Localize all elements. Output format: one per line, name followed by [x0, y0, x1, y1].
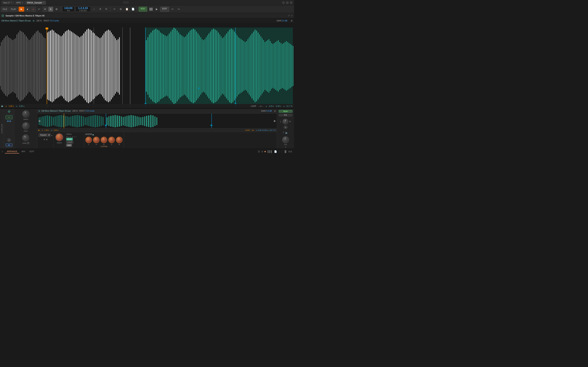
svg-rect-189: [293, 46, 294, 86]
tab-bws4-close[interactable]: ×: [43, 1, 44, 4]
wf-prev-button[interactable]: ◀: [38, 119, 40, 122]
len-offset-btn[interactable]: LEN: [66, 144, 72, 147]
loop-icon3[interactable]: ∧: [70, 136, 71, 138]
waveform-play-btn[interactable]: ▶: [1, 105, 3, 108]
time-position: 0:00.863: [79, 9, 87, 12]
edit-button[interactable]: EDIT: [160, 7, 169, 12]
add-track-button[interactable]: ADD: [138, 7, 147, 12]
mini-play-btn[interactable]: ▶: [38, 129, 40, 131]
color-icon[interactable]: ■: [264, 150, 266, 153]
cut-button[interactable]: ✂: [112, 7, 117, 12]
tab-mpe-close[interactable]: ×: [22, 1, 23, 4]
glide-mode-icon[interactable]: ↗: [27, 142, 29, 144]
sampler-mini-btn1[interactable]: ≡: [6, 116, 12, 119]
speed-knob[interactable]: [55, 133, 63, 141]
pattern-button[interactable]: ⊞: [54, 7, 59, 12]
mini-graph-icon[interactable]: ▦: [6, 143, 12, 146]
repitch-icons: ⚙ ⊞: [38, 138, 52, 141]
add-channel-button[interactable]: +: [284, 125, 287, 129]
bar-position: 1.2.3.33: [78, 7, 88, 9]
svg-rect-152: [242, 40, 243, 92]
play-offset-btn[interactable]: PLAY: [66, 138, 73, 141]
loop-icon4[interactable]: ⊿: [72, 136, 73, 138]
loop-mode-icon2[interactable]: ⊞: [46, 138, 47, 141]
loop-icon2[interactable]: △: [68, 136, 69, 138]
loop-icon5[interactable]: ∿: [73, 136, 75, 138]
lr-knob[interactable]: [283, 119, 288, 125]
glide-knob[interactable]: [22, 134, 29, 141]
fx-button[interactable]: FX: [279, 114, 293, 117]
grid-icon[interactable]: ⊞: [291, 19, 293, 22]
transport-button[interactable]: ▶: [154, 7, 159, 12]
tempo-display[interactable]: 110.00 4/4: [63, 7, 74, 12]
env-knob-A-ctrl[interactable]: [85, 137, 92, 143]
smh-expand-icon[interactable]: ⊞: [274, 110, 276, 112]
paste-special-button[interactable]: 📄: [130, 7, 136, 12]
overdub-button[interactable]: ⊕: [43, 7, 47, 12]
loop-icon6[interactable]: ∼: [75, 136, 77, 138]
env-knob-D-ctrl[interactable]: [101, 137, 107, 143]
svg-rect-45: [66, 31, 67, 101]
mini-waveform[interactable]: ◀ ▶: [37, 114, 277, 128]
maximize-button[interactable]: □: [286, 1, 289, 4]
node-icon[interactable]: ⊕: [261, 150, 263, 153]
close-sampler-icon[interactable]: ×: [291, 15, 293, 17]
svg-rect-80: [116, 40, 117, 92]
tab-new2[interactable]: New 2* ×: [1, 1, 14, 5]
info-icon[interactable]: ℹ: [2, 150, 3, 152]
env-knob-S-ctrl[interactable]: [108, 137, 115, 143]
metronome-button[interactable]: ♪: [92, 7, 97, 12]
tab-new2-close[interactable]: ×: [11, 1, 12, 4]
select-knob[interactable]: [22, 110, 29, 117]
paste-button[interactable]: 📋: [124, 7, 130, 12]
play-button[interactable]: ▶: [18, 7, 24, 12]
speaker-icon[interactable]: 🔈: [285, 131, 288, 134]
bars-button[interactable]: ▐▐: [148, 7, 153, 12]
pitch-knob[interactable]: [22, 122, 29, 129]
record-button[interactable]: ●: [31, 7, 36, 12]
back-button[interactable]: ↩: [170, 7, 175, 12]
env-knob-R-ctrl[interactable]: [116, 137, 122, 143]
power-icon[interactable]: ⏻: [1, 14, 4, 17]
file-button[interactable]: FILE: [1, 7, 9, 12]
loop-button[interactable]: ↩: [36, 7, 42, 12]
mix-tab[interactable]: MIX: [19, 150, 27, 153]
svg-rect-188: [291, 45, 292, 87]
redo-button[interactable]: ↻: [104, 7, 109, 12]
file-icon[interactable]: 📄: [274, 150, 277, 153]
env-knob-H-ctrl[interactable]: [93, 137, 100, 143]
tab-mpe[interactable]: MPE ×: [15, 1, 25, 5]
position-display[interactable]: 1.2.3.33 0:00.863: [76, 7, 90, 12]
waveform-container[interactable]: EM Mvoc Mantra E 70bpm 05.wav ⊞ 100 % RO…: [0, 18, 294, 108]
note-button[interactable]: Note: [279, 110, 293, 113]
wf-next-button[interactable]: ▶: [274, 119, 276, 122]
loop-icon1[interactable]: ↺: [66, 136, 68, 138]
copy-button[interactable]: ⧉: [118, 7, 123, 12]
repitch-select[interactable]: Repitch Stretch: [38, 133, 51, 137]
edit-tab[interactable]: EDIT: [27, 150, 36, 153]
arrange-tab[interactable]: ARRANGE: [5, 150, 19, 153]
loop-offset-btn[interactable]: LOOP: [66, 141, 73, 143]
tracks-icon[interactable]: ⊞⊞: [288, 150, 292, 153]
svg-rect-62: [91, 31, 92, 101]
env-knob-R: R: [116, 137, 122, 145]
stop-button[interactable]: ■: [25, 7, 30, 12]
expand-icon[interactable]: ⤢: [288, 14, 290, 17]
add-button[interactable]: +: [48, 7, 53, 12]
ahdsr-expand-icon[interactable]: ▶: [93, 133, 94, 136]
sampler-power-icon[interactable]: ⏻: [8, 110, 10, 113]
minimize-button[interactable]: –: [282, 1, 285, 4]
out-knob[interactable]: [282, 136, 289, 143]
nav-icon[interactable]: ▐▌: [284, 150, 287, 153]
q-icon[interactable]: ?: [283, 131, 284, 134]
loop-mode-icon1[interactable]: ⚙: [43, 138, 45, 141]
close-button[interactable]: ×: [290, 1, 293, 4]
bars-icon[interactable]: ▐▐▐: [267, 150, 272, 153]
forward-button[interactable]: ↪: [176, 7, 182, 12]
settings-icon[interactable]: ⋮⋮: [278, 150, 283, 153]
tab-bws4[interactable]: BWS4_Sampler ×: [26, 1, 46, 5]
play-label-button[interactable]: PLAY: [9, 7, 17, 12]
add-sampler-button[interactable]: +: [7, 138, 11, 142]
undo-button[interactable]: ↺: [98, 7, 103, 12]
link-icon[interactable]: ⛓: [258, 150, 260, 153]
